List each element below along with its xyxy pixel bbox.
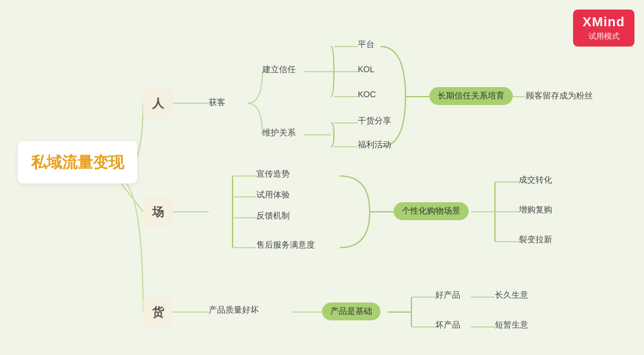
leaf-fuli: 福利活动 — [358, 140, 391, 150]
leaf-shouhou: 售后服务满意度 — [256, 240, 315, 251]
branch-jianlixinren: 建立信任 — [262, 64, 296, 75]
category-huo: 货 — [143, 297, 173, 327]
category-chang: 场 — [143, 197, 173, 227]
root-node: 私域流量变现 — [18, 141, 137, 184]
leaf-kol: KOL — [358, 64, 374, 74]
xmind-brand: XMind — [583, 14, 625, 30]
pill-xinren: 长期信任关系培育 — [429, 87, 513, 105]
leaf-xuanchuan: 宣传造势 — [256, 169, 290, 180]
terminal-zenggou: 增购复购 — [519, 205, 552, 215]
pill-jichu: 产品是基础 — [322, 302, 380, 320]
terminal-fens: 顾客留存成为粉丝 — [526, 91, 593, 101]
leaf-fankui: 反馈机制 — [256, 211, 290, 221]
branch-huoke: 获客 — [209, 97, 225, 108]
branch-haochanpin: 好产品 — [435, 290, 460, 301]
branch-chanpin: 产品质量好坏 — [209, 305, 259, 316]
leaf-koc: KOC — [358, 89, 376, 99]
xmind-mode: 试用模式 — [583, 31, 625, 42]
leaf-ganhuo: 干货分享 — [358, 116, 391, 126]
branch-weihuguanxi: 维护关系 — [262, 128, 296, 138]
terminal-chengjiao: 成交转化 — [519, 175, 552, 186]
leaf-shiyong: 试用体验 — [256, 190, 290, 200]
leaf-pingtai: 平台 — [358, 39, 374, 50]
xmind-badge: XMind 试用模式 — [573, 10, 634, 47]
pill-gexing: 个性化购物场景 — [394, 202, 469, 220]
category-ren: 人 — [143, 88, 173, 118]
branch-huaichanpin: 坏产品 — [435, 320, 460, 331]
terminal-liebian: 裂变拉新 — [519, 234, 552, 245]
terminal-duanzhan: 短暂生意 — [495, 320, 528, 331]
terminal-changjiu: 长久生意 — [495, 290, 528, 301]
